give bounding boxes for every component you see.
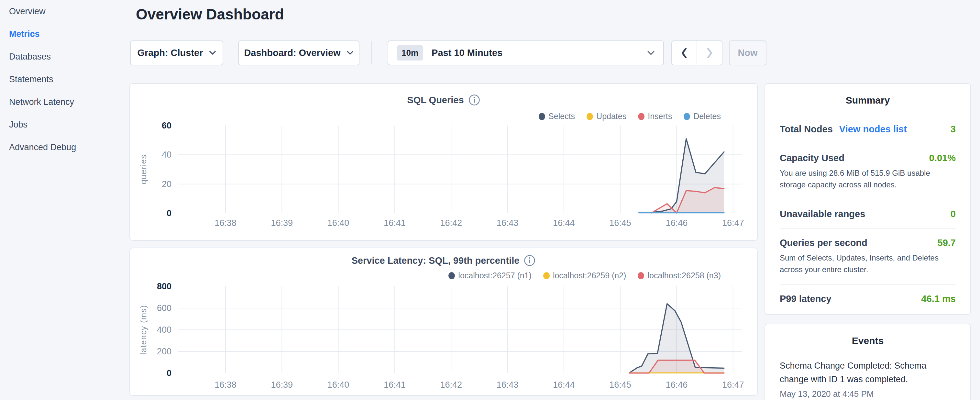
events-title: Events	[765, 335, 970, 346]
svg-text:16:43: 16:43	[496, 218, 519, 228]
chevron-down-icon	[647, 51, 655, 56]
summary-row-unavailable-ranges: Unavailable ranges 0	[780, 209, 956, 220]
prev-time-button[interactable]	[671, 40, 697, 65]
summary-body: Total Nodes View nodes list 3 Capacity U…	[765, 124, 970, 304]
now-button[interactable]: Now	[729, 40, 767, 65]
qps-label: Queries per second	[780, 237, 867, 248]
svg-text:latency (ms): latency (ms)	[139, 305, 148, 355]
sidebar-item-databases[interactable]: Databases	[0, 45, 131, 68]
p99-latency-label: P99 latency	[780, 293, 832, 304]
svg-text:16:40: 16:40	[328, 380, 349, 390]
chart-title: SQL Queries	[407, 95, 464, 105]
legend-label: Updates	[596, 112, 626, 121]
legend-label: localhost:26259 (n2)	[553, 271, 626, 280]
svg-text:16:45: 16:45	[609, 218, 631, 228]
summary-panel: Summary Total Nodes View nodes list 3 Ca…	[765, 83, 971, 315]
capacity-used-description: You are using 28.6 MiB of 515.9 GiB usab…	[780, 167, 956, 191]
svg-text:16:42: 16:42	[440, 218, 462, 228]
controls-divider	[371, 41, 372, 64]
page-title: Overview Dashboard	[136, 4, 284, 25]
info-icon[interactable]	[468, 94, 480, 106]
svg-text:0: 0	[167, 209, 172, 218]
svg-text:16:47: 16:47	[722, 380, 744, 390]
svg-text:400: 400	[157, 325, 172, 335]
svg-text:16:41: 16:41	[384, 380, 406, 390]
info-icon[interactable]	[524, 255, 535, 266]
sidebar-item-overview[interactable]: Overview	[0, 0, 131, 23]
summary-row-qps: Queries per second 59.7	[780, 237, 956, 248]
chevron-left-icon	[680, 47, 688, 59]
service-latency-chart-canvas[interactable]: 16:3816:3916:4016:4116:4216:4316:4416:45…	[130, 248, 758, 397]
view-nodes-list-link[interactable]: View nodes list	[839, 124, 907, 135]
dashboard-dropdown-label: Dashboard: Overview	[244, 48, 340, 58]
chevron-down-icon	[347, 51, 354, 55]
svg-text:16:46: 16:46	[666, 380, 688, 390]
sql-queries-chart-canvas[interactable]: 16:3816:3916:4016:4116:4216:4316:4416:45…	[130, 84, 758, 241]
chart-title-row: Service Latency: SQL, 99th percentile	[130, 255, 757, 266]
sidebar-item-advanced-debug[interactable]: Advanced Debug	[0, 136, 131, 159]
time-range-label: Past 10 Minutes	[431, 48, 503, 58]
svg-text:16:39: 16:39	[271, 380, 293, 390]
svg-text:queries: queries	[139, 155, 148, 185]
legend-item[interactable]: localhost:26257 (n1)	[449, 271, 531, 280]
time-range-badge: 10m	[397, 45, 423, 61]
svg-text:16:45: 16:45	[609, 380, 631, 390]
sidebar-item-statements[interactable]: Statements	[0, 68, 131, 91]
svg-text:16:39: 16:39	[271, 218, 293, 228]
summary-row-capacity: Capacity Used 0.01%	[780, 153, 956, 163]
summary-row-total-nodes: Total Nodes View nodes list 3	[780, 124, 956, 135]
app-screen: OverviewMetricsDatabasesStatementsNetwor…	[0, 0, 980, 400]
capacity-used-label: Capacity Used	[780, 153, 845, 163]
svg-text:200: 200	[157, 347, 172, 356]
svg-text:20: 20	[162, 179, 172, 189]
legend-item[interactable]: Updates	[587, 112, 626, 121]
svg-text:16:47: 16:47	[722, 218, 744, 228]
sidebar-item-jobs[interactable]: Jobs	[0, 113, 131, 136]
graph-dropdown[interactable]: Graph: Cluster	[130, 40, 223, 65]
qps-value: 59.7	[938, 237, 956, 248]
divider	[780, 228, 956, 229]
chevron-right-icon	[706, 47, 713, 59]
legend-item[interactable]: Deletes	[684, 112, 721, 121]
chart-legend: localhost:26257 (n1)localhost:26259 (n2)…	[449, 271, 721, 280]
sidebar-item-metrics[interactable]: Metrics	[0, 23, 131, 45]
time-pager	[671, 40, 722, 65]
dashboard-dropdown[interactable]: Dashboard: Overview	[238, 40, 360, 65]
divider	[780, 200, 956, 200]
legend-item[interactable]: localhost:26258 (n3)	[638, 271, 721, 280]
summary-title: Summary	[765, 95, 970, 106]
legend-item[interactable]: Inserts	[638, 112, 672, 121]
legend-label: Inserts	[648, 112, 672, 121]
events-panel: Events Schema Change Completed: Schema c…	[765, 324, 971, 400]
legend-dot	[684, 113, 690, 120]
time-range-picker[interactable]: 10m Past 10 Minutes	[388, 40, 664, 65]
divider	[780, 284, 956, 285]
next-time-button[interactable]	[697, 40, 722, 65]
legend-dot	[543, 272, 550, 279]
p99-latency-value: 46.1 ms	[921, 293, 956, 304]
legend-dot	[449, 272, 455, 279]
legend-dot	[638, 113, 644, 120]
chart-title: Service Latency: SQL, 99th percentile	[352, 255, 520, 266]
legend-dot	[587, 113, 593, 120]
total-nodes-value: 3	[951, 124, 956, 135]
chart-title-row: SQL Queries	[130, 94, 757, 106]
chart-legend: SelectsUpdatesInsertsDeletes	[539, 112, 721, 121]
svg-text:16:38: 16:38	[215, 380, 237, 390]
legend-dot	[539, 113, 545, 120]
legend-dot	[638, 272, 644, 279]
event-item-text[interactable]: Schema Change Completed: Schema change w…	[780, 359, 943, 386]
legend-label: Selects	[549, 112, 575, 121]
legend-item[interactable]: Selects	[539, 112, 575, 121]
summary-row-p99-latency: P99 latency 46.1 ms	[780, 293, 956, 304]
svg-text:16:44: 16:44	[553, 218, 575, 228]
qps-description: Sum of Selects, Updates, Inserts, and De…	[780, 252, 956, 276]
events-body: Schema Change Completed: Schema change w…	[765, 359, 970, 399]
sidebar-item-network-latency[interactable]: Network Latency	[0, 91, 131, 113]
svg-text:16:43: 16:43	[496, 380, 519, 390]
divider	[780, 144, 956, 144]
legend-item[interactable]: localhost:26259 (n2)	[543, 271, 626, 280]
service-latency-chart-card: 16:3816:3916:4016:4116:4216:4316:4416:45…	[129, 247, 758, 396]
svg-text:16:38: 16:38	[215, 218, 237, 228]
svg-text:0: 0	[167, 368, 172, 378]
